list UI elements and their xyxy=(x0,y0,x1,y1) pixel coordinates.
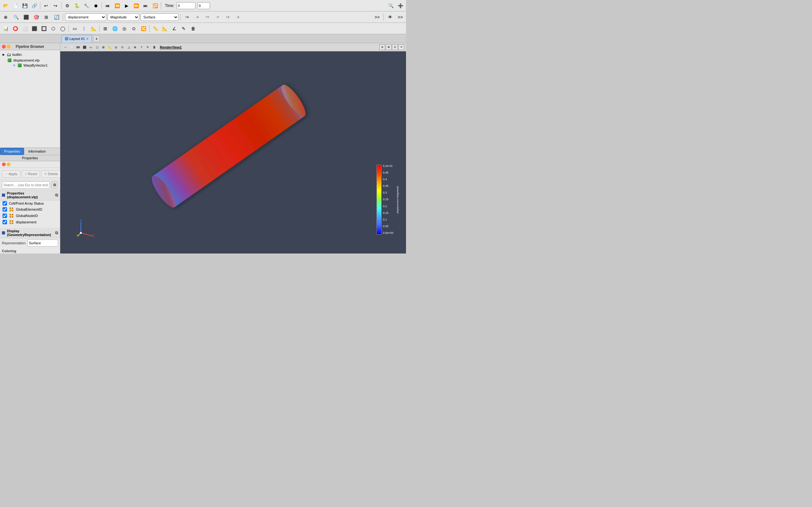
pos-z-btn[interactable]: +Z xyxy=(223,13,232,21)
time-step-input[interactable] xyxy=(197,2,210,9)
t3-btn8[interactable]: ▭ xyxy=(70,24,79,33)
add-tab-btn[interactable]: + xyxy=(93,36,100,42)
magnify-btn[interactable]: 🔍 xyxy=(11,13,20,21)
rv-btn13[interactable]: ? xyxy=(138,44,145,50)
rv-btn1[interactable]: ↔ xyxy=(62,44,68,50)
neg-x-btn[interactable]: -X xyxy=(193,13,202,21)
t3-btn1[interactable]: 📊 xyxy=(1,24,10,33)
first-frame-btn[interactable]: ⏮ xyxy=(103,1,112,10)
global-element-id-item[interactable]: GlobalElementID xyxy=(0,206,60,213)
cube-axes-btn[interactable]: ⬛ xyxy=(21,13,30,21)
t3-btn5[interactable]: 🔲 xyxy=(39,24,48,33)
add-filter-btn[interactable]: ➕ xyxy=(396,1,405,10)
global-element-checkbox[interactable] xyxy=(3,207,7,212)
t3-btn6[interactable]: ⬡ xyxy=(49,24,58,33)
section-copy-btn[interactable]: ⧉ xyxy=(55,192,58,198)
t3-btn17[interactable]: 📐 xyxy=(160,24,169,33)
neg-z-btn[interactable]: -Z xyxy=(234,13,242,21)
panel-close-btn[interactable] xyxy=(2,45,6,49)
properties-tab[interactable]: Properties xyxy=(0,148,24,155)
t3-btn19[interactable]: ✎ xyxy=(179,24,188,33)
search-input[interactable] xyxy=(2,181,50,188)
python-btn[interactable]: 🐍 xyxy=(72,1,81,10)
t3-btn9[interactable]: ⋮ xyxy=(80,24,88,33)
neg-y-btn[interactable]: -Y xyxy=(213,13,222,21)
t3-btn20[interactable]: 🗑 xyxy=(189,24,198,33)
layout-close-btn[interactable]: ✕ xyxy=(398,44,404,50)
t3-btn16[interactable]: 📏 xyxy=(151,24,160,33)
filter-btn[interactable]: 🔧 xyxy=(82,1,91,10)
component-select[interactable]: Magnitude X Y Z xyxy=(108,13,139,21)
more2-btn[interactable]: >> xyxy=(396,13,405,21)
rv-btn11[interactable]: △ xyxy=(126,44,132,50)
pos-y-btn[interactable]: +Y xyxy=(203,13,212,21)
reset-camera-btn[interactable]: ⊕ xyxy=(1,13,10,21)
t3-btn10[interactable]: 📐 xyxy=(89,24,98,33)
t3-btn12[interactable]: 🌐 xyxy=(110,24,119,33)
t3-btn2[interactable]: ⭕ xyxy=(11,24,20,33)
display-copy-btn[interactable]: ⧉ xyxy=(55,230,58,235)
layout-single-btn[interactable]: ⊟ xyxy=(379,44,385,50)
connect-btn[interactable]: 🔗 xyxy=(30,1,39,10)
displacement-item[interactable]: displacement xyxy=(0,219,60,225)
rv-btn4[interactable]: ⬛ xyxy=(81,44,87,50)
view-btn[interactable]: +X xyxy=(183,13,192,21)
tree-item-builtin[interactable]: ▶ 🗂 builtin: xyxy=(1,51,59,58)
prev-frame-btn[interactable]: ⏪ xyxy=(113,1,122,10)
rv-btn2[interactable]: ⬜ xyxy=(68,44,75,50)
global-node-id-item[interactable]: GlobalNodeID xyxy=(0,213,60,219)
t3-btn4[interactable]: ⬛ xyxy=(30,24,39,33)
t3-btn14[interactable]: ⊙ xyxy=(129,24,138,33)
tree-item-displacement-vtp[interactable]: displacement.vtp xyxy=(1,58,59,63)
play-btn[interactable]: ▶ xyxy=(122,1,131,10)
props-close-btn[interactable] xyxy=(2,162,6,166)
displacement-section-header[interactable]: Properties (displacement.vtp) ⧉ xyxy=(0,190,60,201)
t3-btn7[interactable]: ◯ xyxy=(58,24,67,33)
rv-btn8[interactable]: 📐 xyxy=(107,44,113,50)
rv-btn6[interactable]: ◻ xyxy=(94,44,100,50)
apply-btn[interactable]: ✓ Apply xyxy=(2,170,20,178)
rv-btn10[interactable]: ⊙ xyxy=(119,44,126,50)
save-data-btn[interactable]: 💾 xyxy=(20,1,29,10)
more-btn[interactable]: >> xyxy=(373,13,382,21)
orient-axes-btn[interactable]: 🎯 xyxy=(32,13,41,21)
settings-btn[interactable]: ⚙ xyxy=(63,1,72,10)
rv-btn12[interactable]: ⊕ xyxy=(132,44,138,50)
search-btn[interactable]: 🔍 xyxy=(386,1,395,10)
undo-btn[interactable]: ↩ xyxy=(42,1,50,10)
rv-3d-btn[interactable]: 3D xyxy=(75,44,81,50)
array-select[interactable]: displacement GlobalElementID GlobalNodeI… xyxy=(65,13,106,21)
tree-item-warpbyvector[interactable]: 👁 WarpByVector1 xyxy=(1,63,59,68)
displacement-checkbox[interactable] xyxy=(3,220,7,224)
record-btn[interactable]: ⏺ xyxy=(91,1,100,10)
t3-btn15[interactable]: 🔀 xyxy=(139,24,148,33)
redo-btn[interactable]: ↪ xyxy=(51,1,60,10)
reset-btn[interactable]: ↺ Reset xyxy=(21,170,40,178)
delete-btn[interactable]: ✕ Delete xyxy=(41,170,61,178)
t3-btn11[interactable]: ⊞ xyxy=(101,24,110,33)
display-section-header[interactable]: Display (GeometryRepresentation) ⧉ xyxy=(0,228,60,238)
t3-btn18[interactable]: ∠ xyxy=(170,24,179,33)
rv-btn14[interactable]: ✎ xyxy=(145,44,151,50)
rv-btn15[interactable]: 🗑 xyxy=(151,44,157,50)
tab-close-btn[interactable]: ✕ xyxy=(86,37,88,41)
layout-split-v-btn[interactable]: ⊡ xyxy=(392,44,398,50)
rv-btn7[interactable]: ⊞ xyxy=(100,44,107,50)
open-file-btn[interactable]: 📂 xyxy=(1,1,10,10)
panel-minimize-btn[interactable] xyxy=(7,45,10,49)
t3-btn3[interactable]: ⬜ xyxy=(20,24,29,33)
search-gear-btn[interactable]: ⚙ xyxy=(51,181,58,188)
t3-btn13[interactable]: ◎ xyxy=(120,24,129,33)
information-tab[interactable]: Information xyxy=(24,148,50,155)
cell-point-checkbox[interactable] xyxy=(3,201,7,206)
last-frame-btn[interactable]: ⏭ xyxy=(141,1,150,10)
cell-point-array-item[interactable]: Cell/Point Array Status xyxy=(0,201,60,206)
layout-split-h-btn[interactable]: ⊠ xyxy=(386,44,391,50)
props-minimize-btn[interactable] xyxy=(7,162,10,166)
rv-btn5[interactable]: ▭ xyxy=(87,44,94,50)
loop-btn[interactable]: 🔁 xyxy=(151,1,160,10)
next-frame-btn[interactable]: ⏩ xyxy=(132,1,140,10)
parallel-proj-btn[interactable]: ⊞ xyxy=(42,13,51,21)
rotate-camera-btn[interactable]: 🔄 xyxy=(52,13,61,21)
layout1-tab[interactable]: Layout #1 ✕ xyxy=(62,35,92,43)
